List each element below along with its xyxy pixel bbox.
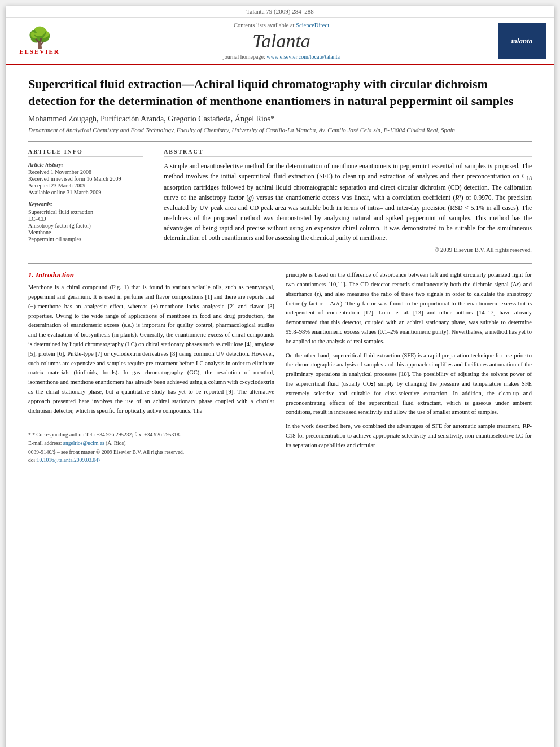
- journal-name: Talanta: [65, 30, 498, 52]
- copyright: © 2009 Elsevier B.V. All rights reserved…: [164, 247, 532, 253]
- accepted: Accepted 23 March 2009: [28, 182, 143, 189]
- affiliation: Department of Analytical Chemistry and F…: [28, 126, 532, 133]
- elsevier-logo: 🌳 ELSEVIER: [14, 28, 65, 55]
- intro-paragraph2: principle is based on the difference of …: [286, 270, 532, 346]
- divider: [28, 141, 532, 142]
- email-link[interactable]: angelrios@uclm.es: [63, 440, 104, 446]
- authors: Mohammed Zougagh, Purificación Aranda, G…: [28, 115, 532, 124]
- homepage-link[interactable]: www.elsevier.com/locate/talanta: [266, 54, 340, 60]
- keyword4: Menthone: [28, 229, 143, 235]
- abstract-col: ABSTRACT A simple and enantioselective m…: [164, 148, 532, 253]
- received1: Received 1 November 2008: [28, 169, 143, 175]
- talanta-logo-text: talanta: [511, 37, 533, 46]
- elsevier-label: ELSEVIER: [19, 48, 60, 55]
- abstract-text: A simple and enantioselective method for…: [164, 161, 532, 243]
- body-columns: 1. Introduction Menthone is a chiral com…: [28, 270, 532, 463]
- history-label: Article history:: [28, 161, 143, 168]
- email-suffix: (Á. Ríos).: [106, 440, 127, 446]
- intro-heading: 1. Introduction: [28, 270, 274, 279]
- footnote-corresponding-text: * Corresponding author. Tel.: +34 926 29…: [32, 432, 181, 438]
- journal-center: Contents lists available at ScienceDirec…: [65, 22, 498, 60]
- page-number: Talanta 79 (2009) 284–288: [246, 8, 313, 15]
- body-left: 1. Introduction Menthone is a chiral com…: [28, 270, 274, 463]
- doi-line: doi:10.1016/j.talanta.2009.03.047: [28, 457, 274, 463]
- page-number-bar: Talanta 79 (2009) 284–288: [6, 6, 554, 18]
- intro-paragraph1: Menthone is a chiral compound (Fig. 1) t…: [28, 283, 274, 416]
- email-label: E-mail address:: [28, 440, 62, 446]
- body-right: principle is based on the difference of …: [286, 270, 532, 463]
- article-info-heading: ARTICLE INFO: [28, 148, 143, 157]
- keyword1: Supercritical fluid extraction: [28, 209, 143, 215]
- tree-icon: 🌳: [27, 28, 53, 48]
- keyword3: Anisotropy factor (g factor): [28, 222, 143, 229]
- page: Talanta 79 (2009) 284–288 🌳 ELSEVIER Con…: [6, 6, 554, 747]
- doi-label: doi:: [28, 457, 37, 463]
- body-divider: [28, 263, 532, 264]
- footnote-divider: [28, 427, 126, 427]
- talanta-logo-box: talanta: [498, 23, 546, 59]
- keyword2: LC–CD: [28, 216, 143, 222]
- journal-header: 🌳 ELSEVIER Contents lists available at S…: [6, 18, 554, 65]
- sciencedirect-notice: Contents lists available at ScienceDirec…: [65, 22, 498, 28]
- article-info-abstract: ARTICLE INFO Article history: Received 1…: [28, 148, 532, 253]
- footnote-corresponding: * * Corresponding author. Tel.: +34 926 …: [28, 431, 274, 439]
- footnote-email: E-mail address: angelrios@uclm.es (Á. Rí…: [28, 439, 274, 447]
- doi-link[interactable]: 10.1016/j.talanta.2009.03.047: [37, 457, 101, 463]
- homepage-line: journal homepage: www.elsevier.com/locat…: [65, 54, 498, 60]
- keyword5: Peppermint oil samples: [28, 236, 143, 242]
- article-title: Supercritical fluid extraction—Achiral l…: [28, 76, 532, 109]
- main-content: Supercritical fluid extraction—Achiral l…: [6, 65, 554, 474]
- received-revised: Received in revised form 16 March 2009: [28, 176, 143, 182]
- rights-line: 0039-9140/$ – see front matter © 2009 El…: [28, 449, 274, 455]
- intro-paragraph4: In the work described here, we combined …: [286, 422, 532, 450]
- available-online: Available online 31 March 2009: [28, 189, 143, 195]
- keywords-label: Keywords:: [28, 201, 143, 207]
- article-info-col: ARTICLE INFO Article history: Received 1…: [28, 148, 152, 253]
- sciencedirect-link[interactable]: ScienceDirect: [296, 22, 329, 28]
- intro-paragraph3: On the other hand, supercritical fluid e…: [286, 351, 532, 418]
- abstract-heading: ABSTRACT: [164, 148, 532, 157]
